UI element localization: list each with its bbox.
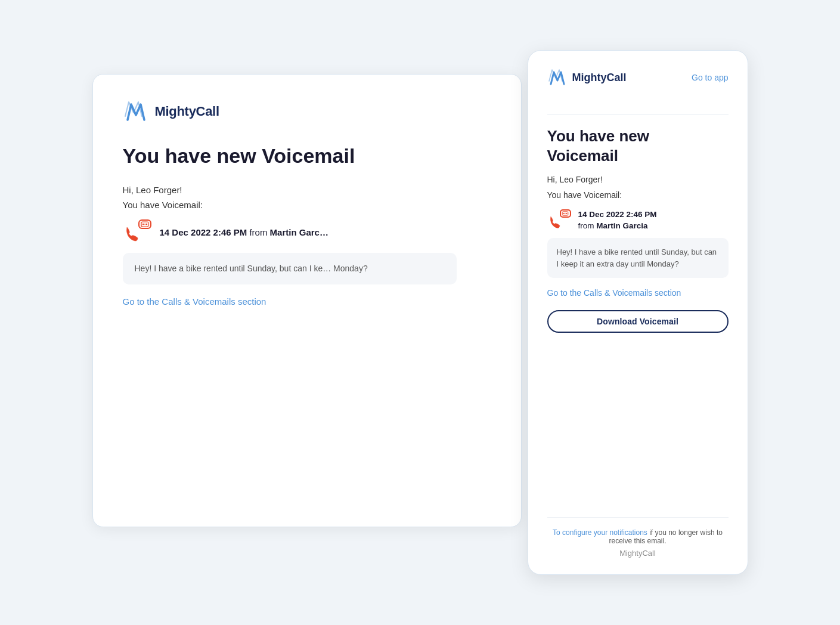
desktop-intro: You have Voicemail: <box>123 200 491 210</box>
mobile-footer-configure: To configure your notifications if you n… <box>547 528 729 545</box>
configure-notifications-link[interactable]: To configure your notifications <box>553 528 647 537</box>
voicemail-icon-group <box>123 219 151 246</box>
desktop-greeting: Hi, Leo Forger! <box>123 185 491 195</box>
mobile-logo-left: MightyCall <box>547 67 627 88</box>
mobile-heading: You have new Voicemail <box>547 126 729 165</box>
mobile-voicemail-icon-group <box>547 209 571 232</box>
desktop-transcript: Hey! I have a bike rented until Sunday, … <box>123 253 457 284</box>
desktop-voicemail-info: 14 Dec 2022 2:46 PM from Martin Garc… <box>160 227 328 237</box>
download-voicemail-button[interactable]: Download Voicemail <box>547 310 729 333</box>
mobile-mightycall-logo-icon <box>547 67 568 88</box>
voicemail-badge <box>138 219 151 229</box>
go-to-app-link[interactable]: Go to app <box>692 73 729 82</box>
desktop-logo-row: MightyCall <box>123 98 491 125</box>
scene: MightyCall You have new Voicemail Hi, Le… <box>92 38 748 587</box>
mobile-voicemail-row: 14 Dec 2022 2:46 PM from Martin Garcia <box>547 209 729 232</box>
voicemail-tape-icon <box>141 221 149 227</box>
mobile-card: MightyCall Go to app You have new Voicem… <box>528 50 748 575</box>
desktop-from-label: from <box>249 227 267 237</box>
mobile-brand-name: MightyCall <box>572 72 627 84</box>
desktop-brand-name: MightyCall <box>155 104 219 119</box>
desktop-transcript-text: Hey! I have a bike rented until Sunday, … <box>135 264 368 273</box>
mobile-footer: To configure your notifications if you n… <box>547 517 729 558</box>
mightycall-logo-icon <box>123 98 149 125</box>
mobile-voicemail-info: 14 Dec 2022 2:46 PM from Martin Garcia <box>578 209 657 232</box>
mobile-calls-link[interactable]: Go to the Calls & Voicemails section <box>547 287 729 299</box>
mobile-voicemail-datetime: 14 Dec 2022 2:46 PM <box>578 210 657 219</box>
mobile-divider-1 <box>547 114 729 115</box>
mobile-footer-brand: MightyCall <box>547 549 729 558</box>
mobile-voicemail-badge <box>560 209 571 218</box>
mobile-logo-row: MightyCall Go to app <box>547 67 729 88</box>
desktop-card: MightyCall You have new Voicemail Hi, Le… <box>92 74 522 527</box>
desktop-heading: You have new Voicemail <box>123 144 491 168</box>
mobile-transcript-text: Hey! I have a bike rented until Sunday, … <box>557 247 717 268</box>
desktop-calls-link[interactable]: Go to the Calls & Voicemails section <box>123 296 266 307</box>
mobile-intro: You have Voicemail: <box>547 190 729 200</box>
desktop-voicemail-datetime: 14 Dec 2022 2:46 PM <box>160 227 247 237</box>
mobile-voicemail-sender: Martin Garcia <box>596 221 647 230</box>
desktop-voicemail-sender: Martin Garc… <box>270 227 328 237</box>
mobile-from-label: from <box>578 221 597 230</box>
desktop-voicemail-row: 14 Dec 2022 2:46 PM from Martin Garc… <box>123 219 491 246</box>
mobile-transcript: Hey! I have a bike rented until Sunday, … <box>547 238 729 278</box>
mobile-voicemail-tape-icon <box>562 211 569 216</box>
mobile-greeting: Hi, Leo Forger! <box>547 175 729 184</box>
